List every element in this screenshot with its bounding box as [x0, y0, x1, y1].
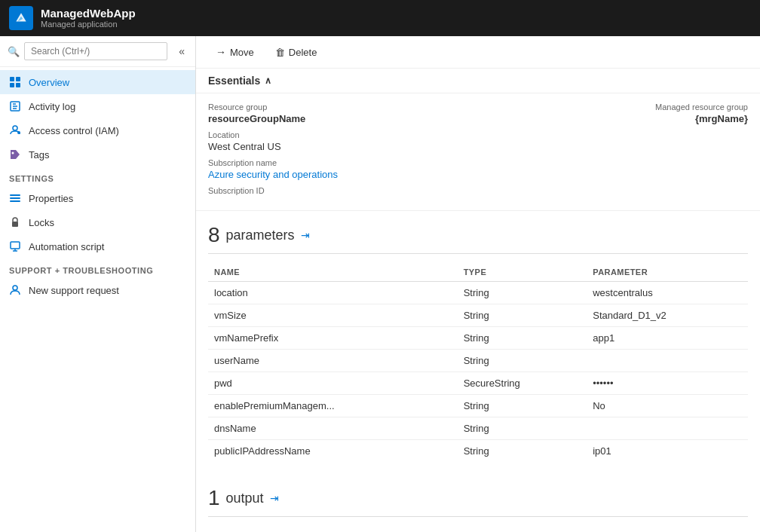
delete-label: Delete: [289, 47, 317, 58]
sidebar-item-properties[interactable]: Properties: [0, 186, 195, 210]
essentials-heading: Essentials: [208, 75, 260, 87]
search-input[interactable]: [24, 42, 167, 60]
table-row: enablePremiumManagem... String No: [208, 395, 748, 417]
output-table: NAME TYPE OUTPUT applicationEndpoint Str…: [208, 526, 748, 532]
parameters-label: parameters: [226, 228, 295, 243]
col-type-header: TYPE: [458, 263, 587, 282]
param-name-cell: enablePremiumManagem...: [208, 395, 458, 417]
sidebar-item-overview-label: Overview: [29, 77, 69, 88]
resource-group-field: Resource group resourceGroupName: [208, 102, 478, 124]
svg-rect-12: [10, 194, 20, 196]
move-label: Move: [230, 47, 254, 58]
managed-rg-value: {mrgName}: [655, 113, 748, 124]
subscription-name-field: Subscription name Azure security and ope…: [208, 158, 478, 180]
delete-button[interactable]: 🗑 Delete: [268, 43, 325, 62]
sidebar-item-support[interactable]: New support request: [0, 278, 195, 302]
param-name-cell: vmNamePrefix: [208, 327, 458, 350]
output-section: 1 output ⇥ NAME TYPE OUTPUT applicationE…: [196, 474, 760, 532]
tags-icon: [9, 148, 21, 161]
sidebar-item-properties-label: Properties: [29, 193, 73, 204]
managed-resource-group-group: Managed resource group {mrgName}: [655, 102, 748, 201]
out-col-output-header: OUTPUT: [527, 526, 748, 532]
content-area: → Move 🗑 Delete Essentials ∧ Resource gr…: [196, 36, 760, 532]
essentials-right: Managed resource group {mrgName}: [478, 102, 748, 201]
app-icon: [9, 6, 33, 30]
sidebar-collapse-button[interactable]: «: [176, 44, 188, 59]
sidebar-item-overview[interactable]: Overview: [0, 70, 195, 94]
settings-section-label: SETTINGS: [0, 167, 195, 186]
app-subtitle: Managed application: [41, 20, 136, 29]
essentials-header: Essentials ∧: [196, 69, 760, 93]
col-parameter-header: PARAMETER: [587, 263, 748, 282]
svg-rect-2: [16, 77, 20, 81]
param-value-cell: [587, 417, 748, 440]
table-row: location String westcentralus: [208, 282, 748, 304]
sidebar-item-access-control[interactable]: Access control (IAM): [0, 118, 195, 142]
svg-rect-4: [16, 83, 20, 87]
move-button[interactable]: → Move: [208, 42, 262, 62]
sidebar: 🔍 « Overview: [0, 36, 196, 532]
param-name-cell: vmSize: [208, 304, 458, 327]
sidebar-item-locks-label: Locks: [29, 217, 54, 228]
svg-point-19: [13, 286, 17, 290]
param-value-cell: ••••••: [587, 372, 748, 395]
sidebar-item-tags[interactable]: Tags: [0, 142, 195, 167]
essentials-left: Resource group resourceGroupName Locatio…: [208, 102, 478, 201]
param-type-cell: String: [458, 417, 587, 440]
managed-rg-label: Managed resource group: [655, 102, 748, 112]
param-value-cell: [587, 350, 748, 372]
svg-rect-13: [10, 197, 20, 199]
overview-icon: [9, 76, 21, 88]
toolbar: → Move 🗑 Delete: [196, 36, 760, 69]
param-name-cell: dnsName: [208, 417, 458, 440]
properties-icon: [9, 192, 21, 204]
sidebar-item-activity-label: Activity log: [29, 101, 75, 112]
app-title-group: ManagedWebApp Managed application: [41, 8, 136, 29]
param-type-cell: String: [458, 395, 587, 417]
parameters-count: 8: [208, 223, 220, 247]
subscription-id-field: Subscription ID: [208, 186, 478, 195]
param-type-cell: String: [458, 327, 587, 350]
resource-group-value: resourceGroupName: [208, 113, 478, 124]
top-header: ManagedWebApp Managed application: [0, 0, 760, 36]
param-value-cell: westcentralus: [587, 282, 748, 304]
col-name-header: NAME: [208, 263, 458, 282]
move-icon: →: [216, 46, 226, 58]
table-row: dnsName String: [208, 417, 748, 440]
sidebar-item-support-label: New support request: [29, 285, 119, 296]
main-layout: 🔍 « Overview: [0, 36, 760, 532]
svg-rect-14: [10, 200, 20, 202]
out-col-name-header: NAME: [208, 526, 438, 532]
param-type-cell: String: [458, 440, 587, 463]
param-value-cell: ip01: [587, 440, 748, 463]
output-link-icon[interactable]: ⇥: [270, 492, 279, 504]
activity-icon: [9, 100, 21, 112]
svg-point-10: [17, 131, 20, 134]
sidebar-item-activity-log[interactable]: Activity log: [0, 94, 195, 118]
subscription-name-label: Subscription name: [208, 158, 478, 167]
sidebar-item-access-label: Access control (IAM): [29, 125, 119, 136]
output-count: 1: [208, 486, 220, 510]
svg-rect-16: [11, 242, 20, 249]
param-name-cell: location: [208, 282, 458, 304]
locks-icon: [9, 216, 21, 228]
param-type-cell: String: [458, 350, 587, 372]
output-label: output: [226, 491, 264, 506]
svg-point-11: [12, 152, 14, 154]
sidebar-item-locks[interactable]: Locks: [0, 210, 195, 234]
subscription-name-value[interactable]: Azure security and operations: [208, 169, 338, 180]
automation-icon: [9, 240, 21, 252]
svg-rect-15: [12, 222, 18, 227]
table-row: vmSize String Standard_D1_v2: [208, 304, 748, 327]
location-label: Location: [208, 130, 478, 139]
search-icon: 🔍: [8, 46, 20, 57]
param-value-cell: No: [587, 395, 748, 417]
sidebar-item-automation[interactable]: Automation script: [0, 234, 195, 258]
output-heading: 1 output ⇥: [208, 486, 748, 517]
support-icon: [9, 284, 21, 296]
parameters-link-icon[interactable]: ⇥: [301, 229, 310, 241]
delete-icon: 🗑: [275, 47, 285, 58]
app-title: ManagedWebApp: [41, 8, 136, 20]
table-row: publicIPAddressName String ip01: [208, 440, 748, 463]
param-type-cell: String: [458, 282, 587, 304]
